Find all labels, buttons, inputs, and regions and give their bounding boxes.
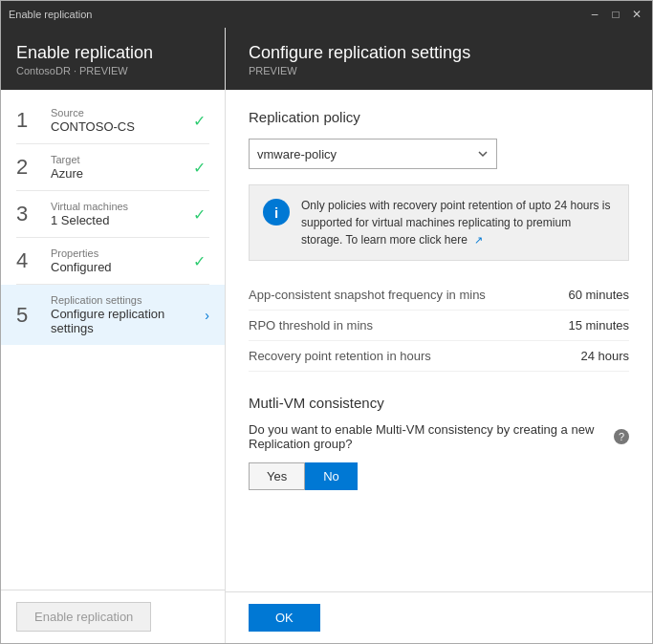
replication-policy-title: Replication policy bbox=[249, 109, 629, 125]
right-header: Configure replication settings PREVIEW bbox=[226, 28, 652, 90]
titlebar-controls: – □ ✕ bbox=[587, 7, 644, 22]
left-panel-title: Enable replication bbox=[16, 43, 209, 63]
step-1[interactable]: 1 Source CONTOSO-CS ✓ bbox=[1, 97, 225, 143]
step-1-info: Source CONTOSO-CS bbox=[43, 107, 193, 134]
consistency-question: Do you want to enable Multi-VM consisten… bbox=[249, 422, 629, 451]
step-1-label: Source bbox=[51, 107, 193, 118]
step-5-number: 5 bbox=[16, 303, 43, 328]
step-5-value: Configure replication settings bbox=[51, 307, 205, 335]
step-1-check-icon: ✓ bbox=[193, 112, 206, 130]
step-3-value: 1 Selected bbox=[51, 213, 193, 227]
external-link-icon: ↗ bbox=[474, 234, 483, 246]
step-4-value: Configured bbox=[51, 260, 193, 274]
setting-label-0: App-consistent snapshot frequency in min… bbox=[249, 288, 486, 302]
step-4[interactable]: 4 Properties Configured ✓ bbox=[1, 238, 225, 284]
settings-table: App-consistent snapshot frequency in min… bbox=[249, 280, 629, 372]
yes-button[interactable]: Yes bbox=[249, 462, 305, 490]
step-2-check-icon: ✓ bbox=[193, 159, 206, 177]
multi-vm-title: Mutli-VM consistency bbox=[249, 395, 629, 411]
step-4-number: 4 bbox=[16, 248, 43, 273]
maximize-button[interactable]: □ bbox=[608, 7, 623, 22]
step-1-value: CONTOSO-CS bbox=[51, 119, 193, 134]
right-panel: Configure replication settings PREVIEW R… bbox=[226, 28, 652, 643]
left-footer: Enable replication bbox=[1, 590, 225, 643]
info-text: Only policies with recovery point retent… bbox=[301, 197, 615, 248]
setting-row-0: App-consistent snapshot frequency in min… bbox=[249, 280, 629, 311]
info-text-content: Only policies with recovery point retent… bbox=[301, 199, 611, 247]
left-panel: Enable replication ContosoDR · PREVIEW 1… bbox=[1, 28, 226, 643]
step-4-label: Properties bbox=[51, 247, 193, 259]
step-5[interactable]: 5 Replication settings Configure replica… bbox=[1, 285, 225, 345]
setting-value-2: 24 hours bbox=[580, 349, 629, 363]
yes-no-buttons: Yes No bbox=[249, 462, 629, 490]
info-box: i Only policies with recovery point rete… bbox=[249, 184, 629, 261]
step-3-label: Virtual machines bbox=[51, 201, 193, 212]
window: Enable replication – □ ✕ Enable replicat… bbox=[0, 0, 653, 644]
step-3-number: 3 bbox=[16, 202, 43, 226]
right-content: Replication policy vmware-policy i Only … bbox=[226, 90, 652, 591]
setting-row-2: Recovery point retention in hours 24 hou… bbox=[249, 341, 629, 372]
enable-replication-button[interactable]: Enable replication bbox=[16, 602, 151, 632]
step-2-number: 2 bbox=[16, 155, 43, 180]
step-5-label: Replication settings bbox=[51, 294, 205, 306]
titlebar-title: Enable replication bbox=[9, 9, 92, 20]
step-3[interactable]: 3 Virtual machines 1 Selected ✓ bbox=[1, 191, 225, 237]
step-2-value: Azure bbox=[51, 166, 193, 181]
step-2[interactable]: 2 Target Azure ✓ bbox=[1, 144, 225, 190]
minimize-button[interactable]: – bbox=[587, 7, 602, 22]
main-content: Enable replication ContosoDR · PREVIEW 1… bbox=[1, 28, 652, 643]
setting-value-1: 15 minutes bbox=[568, 318, 629, 333]
consistency-question-text: Do you want to enable Multi-VM consisten… bbox=[249, 422, 608, 451]
no-button[interactable]: No bbox=[305, 462, 358, 490]
right-panel-title: Configure replication settings bbox=[249, 43, 629, 63]
setting-row-1: RPO threshold in mins 15 minutes bbox=[249, 311, 629, 341]
left-steps: 1 Source CONTOSO-CS ✓ 2 Target Azure ✓ bbox=[1, 90, 225, 590]
policy-dropdown-wrapper: vmware-policy bbox=[249, 139, 629, 169]
close-button[interactable]: ✕ bbox=[629, 7, 644, 22]
policy-dropdown[interactable]: vmware-policy bbox=[249, 139, 497, 169]
step-4-check-icon: ✓ bbox=[193, 252, 206, 270]
setting-label-1: RPO threshold in mins bbox=[249, 318, 373, 333]
step-5-info: Replication settings Configure replicati… bbox=[43, 294, 205, 335]
step-3-check-icon: ✓ bbox=[193, 205, 206, 224]
step-2-info: Target Azure bbox=[43, 154, 193, 181]
step-3-info: Virtual machines 1 Selected bbox=[43, 201, 193, 227]
step-2-label: Target bbox=[51, 154, 193, 165]
info-icon: i bbox=[263, 199, 290, 225]
setting-value-0: 60 minutes bbox=[568, 288, 629, 302]
step-1-number: 1 bbox=[16, 108, 43, 133]
right-footer: OK bbox=[226, 591, 652, 643]
ok-button[interactable]: OK bbox=[249, 604, 320, 632]
step-4-info: Properties Configured bbox=[43, 247, 193, 274]
right-panel-subtitle: PREVIEW bbox=[249, 65, 629, 76]
left-panel-subtitle: ContosoDR · PREVIEW bbox=[16, 65, 209, 76]
titlebar: Enable replication – □ ✕ bbox=[1, 1, 652, 28]
setting-label-2: Recovery point retention in hours bbox=[249, 349, 431, 363]
left-header: Enable replication ContosoDR · PREVIEW bbox=[1, 28, 225, 90]
step-5-arrow-icon: › bbox=[205, 308, 209, 323]
help-icon[interactable]: ? bbox=[614, 429, 629, 444]
